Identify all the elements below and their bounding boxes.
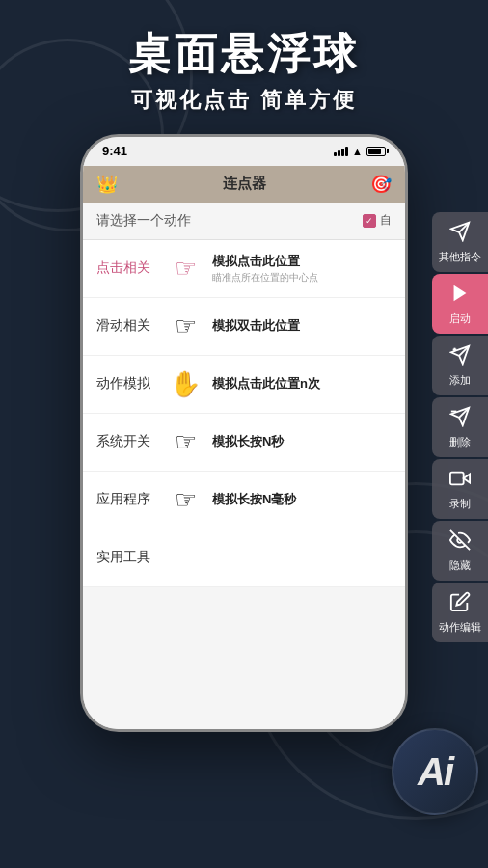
menu-item-app[interactable]: 应用程序 ☞ 模拟长按N毫秒 [83, 472, 405, 529]
menu-item-click[interactable]: 点击相关 ☞ 模拟点击此位置 瞄准点所在位置的中心点 [83, 240, 405, 298]
menu-desc-3: 模拟点击此位置n次 [204, 375, 392, 393]
sidebar-btn-other[interactable]: 其他指令 [432, 212, 488, 272]
menu-list: 点击相关 ☞ 模拟点击此位置 瞄准点所在位置的中心点 滑动相关 ☞ [83, 240, 405, 587]
ai-badge: Ai [392, 728, 478, 815]
auto-label: 自 [380, 212, 392, 229]
phone-frame: 9:41 ▲ 👑 连点器 🎯 [80, 134, 408, 732]
sidebar-btn-record[interactable]: 录制 [432, 459, 488, 519]
status-icons: ▲ [334, 146, 386, 157]
add-icon [449, 344, 471, 370]
menu-label-action: 动作模拟 [96, 375, 166, 393]
hand-icon-area-1: ☞ [166, 254, 204, 284]
action-bar-text: 请选择一个动作 [96, 212, 191, 230]
signal-icon [334, 147, 348, 156]
status-time: 9:41 [102, 144, 127, 158]
checkbox-checked-icon: ✓ [363, 214, 376, 228]
slide-icon: ☞ [175, 312, 197, 341]
sidebar-btn-delete[interactable]: 删除 [432, 397, 488, 457]
target-icon: 🎯 [370, 174, 392, 195]
menu-desc-main-1: 模拟点击此位置 [212, 253, 392, 270]
sidebar-label-edit: 动作编辑 [439, 620, 481, 635]
sidebar-label-record: 录制 [449, 497, 471, 511]
sidebar-btn-edit[interactable]: 动作编辑 [432, 583, 488, 642]
menu-desc-main-3: 模拟点击此位置n次 [212, 375, 392, 393]
ai-badge-text: Ai [418, 750, 452, 794]
sidebar-label-add: 添加 [449, 373, 471, 388]
battery-icon [366, 147, 386, 156]
long-press-icon: ☞ [175, 427, 197, 457]
menu-desc-main-2: 模拟双击此位置 [212, 317, 392, 335]
svg-rect-11 [450, 472, 464, 484]
menu-label-click: 点击相关 [96, 259, 166, 277]
menu-label-system: 系统开关 [96, 433, 166, 450]
svg-marker-10 [464, 474, 470, 482]
sidebar: 其他指令 启动 添加 删除 [428, 212, 488, 642]
app-header: 👑 连点器 🎯 [83, 166, 405, 203]
long-press-ms-icon: ☞ [175, 485, 197, 515]
sidebar-label-launch: 启动 [449, 312, 471, 326]
phone-mockup: 9:41 ▲ 👑 连点器 🎯 [0, 134, 488, 732]
menu-desc-main-5: 模拟长按N毫秒 [212, 491, 392, 508]
sidebar-btn-launch[interactable]: 启动 [432, 274, 488, 334]
menu-desc-4: 模拟长按N秒 [204, 433, 392, 450]
sidebar-label-delete: 删除 [449, 435, 471, 449]
menu-desc-main-4: 模拟长按N秒 [212, 433, 392, 450]
menu-desc-5: 模拟长按N毫秒 [204, 491, 392, 508]
edit-icon [449, 591, 471, 617]
sidebar-label-hide: 隐藏 [449, 558, 471, 573]
action-bar: 请选择一个动作 ✓ 自 [83, 203, 405, 240]
status-bar: 9:41 ▲ [83, 137, 405, 166]
crown-icon: 👑 [96, 174, 118, 195]
hand-icon-area-3: ✋ [166, 369, 204, 399]
wifi-icon: ▲ [352, 146, 363, 157]
hide-icon [449, 529, 471, 556]
record-icon [449, 468, 471, 494]
svg-marker-2 [454, 285, 467, 301]
send-icon [449, 221, 471, 247]
app-content: 请选择一个动作 ✓ 自 点击相关 ☞ 模拟点击此位 [83, 203, 405, 729]
play-icon [449, 283, 471, 309]
multi-tap-icon: ✋ [170, 369, 201, 399]
header-area: 桌面悬浮球 可视化点击 简单方便 [0, 0, 488, 134]
menu-desc-2: 模拟双击此位置 [204, 317, 392, 335]
hand-icon-area-5: ☞ [166, 485, 204, 515]
menu-item-system[interactable]: 系统开关 ☞ 模拟长按N秒 [83, 414, 405, 472]
sidebar-btn-add[interactable]: 添加 [432, 336, 488, 395]
menu-item-tools[interactable]: 实用工具 [83, 529, 405, 587]
main-title: 桌面悬浮球 [0, 29, 488, 80]
menu-desc-1: 模拟点击此位置 瞄准点所在位置的中心点 [204, 253, 392, 285]
menu-desc-sub-1: 瞄准点所在位置的中心点 [212, 271, 392, 285]
hand-icon-area-4: ☞ [166, 427, 204, 457]
app-title: 连点器 [223, 175, 266, 193]
menu-label-tools: 实用工具 [96, 549, 166, 566]
phone-content: 👑 连点器 🎯 请选择一个动作 ✓ 自 点击相关 [83, 166, 405, 729]
delete-icon [449, 406, 471, 432]
menu-label-slide: 滑动相关 [96, 317, 166, 335]
tap-icon: ☞ [175, 254, 197, 284]
menu-label-app: 应用程序 [96, 491, 166, 508]
sidebar-btn-hide[interactable]: 隐藏 [432, 521, 488, 581]
auto-checkbox[interactable]: ✓ 自 [363, 212, 392, 229]
menu-item-action[interactable]: 动作模拟 ✋ 模拟点击此位置n次 [83, 356, 405, 414]
hand-icon-area-2: ☞ [166, 312, 204, 341]
sidebar-label-other: 其他指令 [439, 250, 481, 264]
main-subtitle: 可视化点击 简单方便 [0, 86, 488, 115]
menu-item-slide[interactable]: 滑动相关 ☞ 模拟双击此位置 [83, 298, 405, 356]
